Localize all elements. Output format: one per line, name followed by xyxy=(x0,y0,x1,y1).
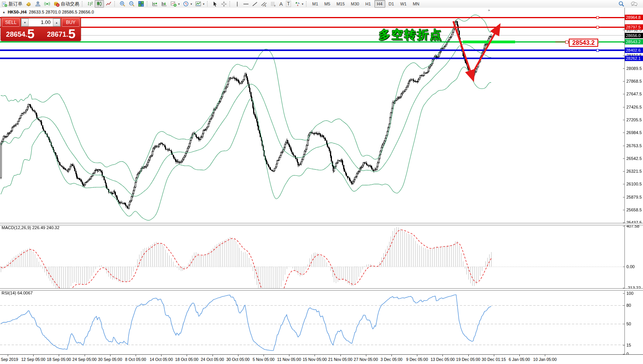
time-axis-label: 9 Dec 05:00 xyxy=(406,357,428,362)
time-axis-tick xyxy=(391,355,392,356)
time-axis-label: 15 Nov 05:00 xyxy=(303,357,327,362)
bar-chart-button[interactable] xyxy=(85,0,95,8)
price-tick-label: 26763.5 xyxy=(626,143,642,148)
time-axis-label: 6 Jan 05:00 xyxy=(509,357,530,362)
collapse-panel-icon[interactable]: ▲ xyxy=(2,10,5,14)
time-axis-tick xyxy=(468,355,469,356)
toolbar-separator xyxy=(306,1,308,7)
time-axis-label: 6 Sep 2019 xyxy=(0,357,18,362)
horizontal-line-button[interactable] xyxy=(242,0,250,8)
cursor-button[interactable] xyxy=(211,0,219,8)
timeframe-button-m15[interactable]: M15 xyxy=(334,0,347,8)
timeframe-button-d1[interactable]: D1 xyxy=(386,0,397,8)
time-axis-tick xyxy=(85,355,85,356)
volume-input[interactable]: 1.00 xyxy=(29,19,53,26)
one-click-trading-panel: SELL ▼ 1.00 ▲ BUY 28654.5 28671.5 xyxy=(1,17,81,41)
text-tool-icon: A xyxy=(279,1,283,7)
price-level-label: 28543.2 xyxy=(625,39,643,44)
label-tool-icon: T xyxy=(286,1,291,7)
buy-arrow[interactable] xyxy=(470,29,497,77)
tile-windows-button[interactable] xyxy=(136,0,146,8)
new-order-button[interactable]: 新订单 xyxy=(0,0,24,8)
timeframe-button-mn[interactable]: MN xyxy=(410,0,422,8)
time-axis[interactable]: 6 Sep 201912 Sep 05:0018 Sep 05:0024 Sep… xyxy=(0,354,643,364)
arrows-button[interactable]: ▾ xyxy=(293,0,305,8)
text-button[interactable]: A xyxy=(278,0,284,8)
signal-button[interactable] xyxy=(43,0,52,8)
trendline-button[interactable] xyxy=(250,0,259,8)
timeframe-button-h1[interactable]: H1 xyxy=(362,0,373,8)
search-button[interactable] xyxy=(617,0,626,8)
candlestick-chart-button[interactable] xyxy=(95,0,104,8)
fibonacci-button[interactable]: F xyxy=(269,0,278,8)
channel-button[interactable]: E xyxy=(259,0,269,8)
sell-button[interactable]: SELL xyxy=(2,18,20,27)
buy-button[interactable]: BUY xyxy=(62,18,80,27)
rsi-axis-tick xyxy=(623,324,624,324)
main-toolbar: 新订单 自动交易 xyxy=(0,0,643,8)
level-anchor-point[interactable] xyxy=(596,49,599,52)
sell-arrow[interactable] xyxy=(453,21,472,76)
channel-icon: E xyxy=(261,1,267,7)
new-order-icon xyxy=(2,1,7,7)
candlestick-chart-icon xyxy=(96,1,102,7)
autotrading-label: 自动交易 xyxy=(61,1,79,7)
tile-windows-icon xyxy=(138,1,144,7)
timeframe-button-m5[interactable]: M5 xyxy=(322,0,333,8)
timeframe-group: M1M5M15M30H1H4D1W1MN xyxy=(310,0,422,8)
indicators-button[interactable]: ▾ xyxy=(169,0,181,8)
time-axis-tick xyxy=(136,355,136,356)
rsi-axis-tick xyxy=(623,345,624,345)
volume-increase-button[interactable]: ▲ xyxy=(53,19,60,26)
macd-axis-tick xyxy=(623,226,624,226)
zoom-out-button[interactable] xyxy=(127,0,136,8)
timeframe-button-h4[interactable]: H4 xyxy=(374,0,385,8)
chart-shift-button[interactable] xyxy=(160,0,169,8)
vertical-line-button[interactable] xyxy=(233,0,242,8)
svg-text:F: F xyxy=(274,5,276,7)
periods-button[interactable]: ▾ xyxy=(181,0,194,8)
autotrading-button[interactable]: 自动交易 xyxy=(52,0,81,8)
time-axis-tick xyxy=(213,355,213,356)
callout-anchor-point[interactable] xyxy=(565,41,568,44)
market-watch-button[interactable] xyxy=(24,0,33,8)
macd-axis-tick xyxy=(623,267,624,267)
toolbar-separator xyxy=(82,1,84,7)
terminal-button[interactable] xyxy=(33,0,43,8)
auto-scroll-button[interactable] xyxy=(150,0,160,8)
price-tick-label: 25658.5 xyxy=(626,208,642,212)
timeframe-button-w1[interactable]: W1 xyxy=(398,0,410,8)
time-axis-tick xyxy=(161,355,162,356)
zoom-in-icon xyxy=(119,1,126,7)
label-button[interactable]: T xyxy=(284,0,293,8)
volume-stepper: ▼ 1.00 ▲ xyxy=(21,18,61,27)
symbol-header: ▲ HK50-,H4 28633.5 28701.0 28586.5 28656… xyxy=(2,10,96,14)
templates-button[interactable]: ▾ xyxy=(194,0,206,8)
volume-decrease-button[interactable]: ▼ xyxy=(21,19,29,26)
level-anchor-point[interactable] xyxy=(596,16,599,19)
rsi-axis-label: 80 xyxy=(626,303,631,308)
panel-separator[interactable] xyxy=(0,288,643,291)
horizontal-line-icon xyxy=(243,1,249,7)
line-chart-button[interactable] xyxy=(104,0,113,8)
timeframe-button-m30[interactable]: M30 xyxy=(348,0,362,8)
price-tick-label: 27647.5 xyxy=(626,92,642,96)
chat-button[interactable] xyxy=(629,0,639,8)
time-axis-label: 24 Sep 05:00 xyxy=(72,357,96,362)
price-level-label: 28656.0 xyxy=(625,33,643,38)
price-callout-box[interactable]: 28543.2 xyxy=(569,39,598,47)
time-axis-label: 18 Sep 05:00 xyxy=(47,357,71,362)
sell-price[interactable]: 28654.5 xyxy=(1,27,40,41)
trendline-icon xyxy=(252,1,258,7)
time-axis-tick xyxy=(545,355,545,356)
fibonacci-icon: F xyxy=(270,1,276,7)
crosshair-button[interactable] xyxy=(219,0,228,8)
zoom-in-button[interactable] xyxy=(118,0,127,8)
level-anchor-point[interactable] xyxy=(596,26,599,29)
price-tick-label: 26984.5 xyxy=(626,130,642,135)
timeframe-button-m1[interactable]: M1 xyxy=(310,0,321,8)
time-axis-label: 10 Jan 05:00 xyxy=(533,357,557,362)
dropdown-caret-icon: ▾ xyxy=(178,2,180,6)
panel-separator[interactable] xyxy=(0,223,643,225)
buy-price[interactable]: 28671.5 xyxy=(42,27,81,41)
